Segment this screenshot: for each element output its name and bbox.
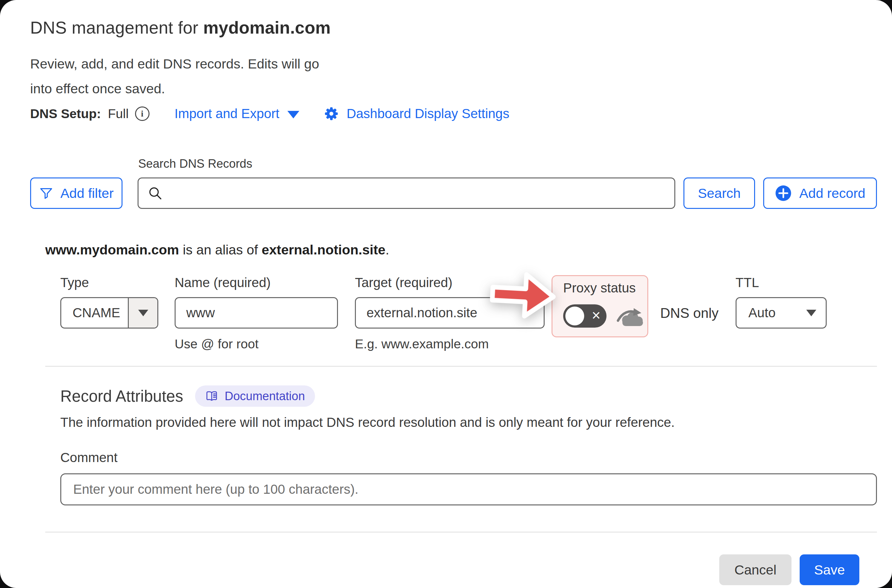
type-select-value: CNAME	[61, 305, 128, 320]
proxy-controls: ×	[563, 303, 647, 330]
page-subtitle-line1: Review, add, and edit DNS records. Edits…	[30, 51, 877, 76]
book-icon	[205, 390, 218, 403]
alias-description: www.mydomain.com is an alias of external…	[45, 242, 877, 258]
alias-target-domain: external.notion.site	[262, 242, 385, 257]
ttl-select[interactable]: Auto	[736, 297, 827, 328]
name-field: Name (required) Use @ for root	[175, 275, 338, 351]
toggle-off-x-icon: ×	[592, 308, 601, 323]
chevron-down-icon	[128, 298, 157, 328]
documentation-link[interactable]: Documentation	[195, 386, 315, 407]
proxy-status-highlight: Proxy status ×	[552, 275, 648, 338]
record-attributes-heading: Record Attributes	[60, 387, 183, 405]
dns-setup-value: Full	[108, 106, 129, 121]
page-title-prefix: DNS management for	[30, 18, 203, 38]
dns-only-cloud-icon	[615, 303, 647, 330]
add-record-label: Add record	[799, 186, 865, 201]
search-row: Add filter Search Add record	[30, 177, 877, 209]
documentation-label: Documentation	[225, 390, 305, 403]
gear-icon	[324, 106, 339, 121]
page-title-domain: mydomain.com	[203, 18, 331, 38]
dashboard-display-settings-link[interactable]: Dashboard Display Settings	[324, 106, 509, 121]
add-filter-label: Add filter	[60, 186, 114, 201]
type-select[interactable]: CNAME	[60, 297, 158, 328]
add-filter-button[interactable]: Add filter	[30, 177, 123, 209]
page-subtitle: Review, add, and edit DNS records. Edits…	[30, 51, 877, 101]
cancel-button[interactable]: Cancel	[719, 554, 792, 585]
search-dns-records-label: Search DNS Records	[138, 157, 877, 171]
search-input-container	[138, 177, 675, 209]
type-label: Type	[60, 275, 158, 290]
chevron-down-icon	[287, 111, 299, 118]
footer-actions: Cancel Save	[45, 554, 877, 585]
proxy-toggle-knob	[565, 307, 584, 326]
filter-icon	[39, 186, 53, 200]
proxy-status-value: DNS only	[660, 305, 719, 321]
plus-circle-icon	[775, 185, 792, 202]
ttl-label: TTL	[736, 275, 827, 290]
dashboard-display-settings-label: Dashboard Display Settings	[346, 106, 509, 121]
name-input[interactable]	[175, 297, 338, 328]
alias-middle-text: is an alias of	[179, 242, 262, 257]
search-button[interactable]: Search	[684, 177, 755, 209]
record-editor: www.mydomain.com is an alias of external…	[45, 242, 877, 585]
chevron-down-icon	[806, 310, 816, 316]
record-attributes-header: Record Attributes Documentation	[45, 386, 877, 407]
dns-setup-row: DNS Setup: Full i Import and Export Dash…	[30, 106, 877, 121]
divider	[45, 366, 877, 366]
import-export-label: Import and Export	[175, 106, 280, 121]
comment-label: Comment	[45, 450, 877, 465]
save-button[interactable]: Save	[800, 554, 859, 585]
divider	[45, 532, 877, 532]
page-subtitle-line2: into effect once saved.	[30, 76, 877, 101]
record-attributes-description: The information provided here will not i…	[45, 415, 877, 430]
name-label: Name (required)	[175, 275, 338, 290]
alias-source-domain: www.mydomain.com	[45, 242, 179, 257]
alias-period: .	[385, 242, 389, 257]
dns-setup-label: DNS Setup:	[30, 106, 101, 121]
import-export-dropdown[interactable]: Import and Export	[175, 106, 300, 121]
proxy-toggle[interactable]: ×	[563, 304, 607, 328]
type-field: Type CNAME	[60, 275, 158, 328]
search-section: Search DNS Records Add filter Search	[30, 157, 877, 209]
comment-input[interactable]	[60, 473, 877, 506]
record-form-row: Type CNAME Name (required) Use @ for roo…	[45, 275, 877, 351]
ttl-field: TTL Auto	[736, 275, 827, 328]
info-icon[interactable]: i	[135, 106, 150, 121]
dns-management-panel: DNS management for mydomain.com Review, …	[0, 0, 892, 588]
ttl-select-value: Auto	[748, 305, 775, 320]
search-icon	[148, 186, 163, 201]
target-hint: E.g. www.example.com	[355, 337, 545, 351]
name-hint: Use @ for root	[175, 337, 338, 351]
page-title: DNS management for mydomain.com	[30, 18, 877, 38]
proxy-status-wrap: Proxy status ×	[552, 275, 648, 338]
add-record-button[interactable]: Add record	[763, 177, 877, 209]
proxy-status-label: Proxy status	[563, 280, 647, 296]
annotation-arrow-icon	[488, 266, 559, 325]
search-input[interactable]	[138, 177, 675, 209]
